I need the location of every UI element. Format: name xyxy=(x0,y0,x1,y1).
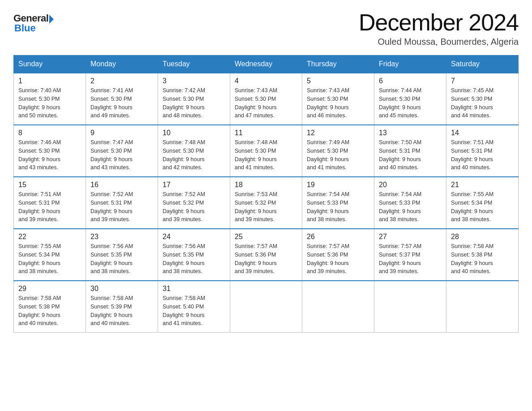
day-number: 21 xyxy=(451,181,514,189)
day-number: 25 xyxy=(235,233,297,241)
calendar-cell xyxy=(302,281,374,333)
day-info: Sunrise: 7:43 AM Sunset: 5:30 PM Dayligh… xyxy=(307,86,369,120)
day-number: 7 xyxy=(451,77,514,85)
day-info: Sunrise: 7:54 AM Sunset: 5:33 PM Dayligh… xyxy=(307,190,369,224)
title-area: December 2024 Ouled Moussa, Boumerdes, A… xyxy=(359,9,519,47)
calendar-cell: 25 Sunrise: 7:57 AM Sunset: 5:36 PM Dayl… xyxy=(230,229,302,281)
calendar-cell: 22 Sunrise: 7:55 AM Sunset: 5:34 PM Dayl… xyxy=(14,229,86,281)
logo: General Blue xyxy=(13,13,54,34)
calendar-cell: 17 Sunrise: 7:52 AM Sunset: 5:32 PM Dayl… xyxy=(158,177,230,229)
day-info: Sunrise: 7:56 AM Sunset: 5:35 PM Dayligh… xyxy=(163,242,225,276)
day-info: Sunrise: 7:40 AM Sunset: 5:30 PM Dayligh… xyxy=(18,86,81,120)
calendar-cell: 3 Sunrise: 7:42 AM Sunset: 5:30 PM Dayli… xyxy=(158,73,230,125)
day-number: 11 xyxy=(235,129,297,137)
calendar-cell: 19 Sunrise: 7:54 AM Sunset: 5:33 PM Dayl… xyxy=(302,177,374,229)
day-info: Sunrise: 7:54 AM Sunset: 5:33 PM Dayligh… xyxy=(379,190,442,224)
calendar-cell: 9 Sunrise: 7:47 AM Sunset: 5:30 PM Dayli… xyxy=(86,125,158,177)
day-info: Sunrise: 7:55 AM Sunset: 5:34 PM Dayligh… xyxy=(18,242,81,276)
day-number: 20 xyxy=(379,181,442,189)
day-info: Sunrise: 7:49 AM Sunset: 5:30 PM Dayligh… xyxy=(307,138,369,172)
week-row-3: 15 Sunrise: 7:51 AM Sunset: 5:31 PM Dayl… xyxy=(14,177,519,229)
day-number: 10 xyxy=(163,129,225,137)
day-info: Sunrise: 7:46 AM Sunset: 5:30 PM Dayligh… xyxy=(18,138,81,172)
calendar-cell: 24 Sunrise: 7:56 AM Sunset: 5:35 PM Dayl… xyxy=(158,229,230,281)
day-header-friday: Friday xyxy=(374,56,446,73)
calendar-cell: 18 Sunrise: 7:53 AM Sunset: 5:32 PM Dayl… xyxy=(230,177,302,229)
month-title: December 2024 xyxy=(359,9,519,36)
calendar-cell: 6 Sunrise: 7:44 AM Sunset: 5:30 PM Dayli… xyxy=(374,73,446,125)
day-info: Sunrise: 7:48 AM Sunset: 5:30 PM Dayligh… xyxy=(235,138,297,172)
calendar-cell: 13 Sunrise: 7:50 AM Sunset: 5:31 PM Dayl… xyxy=(374,125,446,177)
day-number: 18 xyxy=(235,181,297,189)
days-header-row: SundayMondayTuesdayWednesdayThursdayFrid… xyxy=(14,56,519,73)
day-number: 31 xyxy=(163,285,225,293)
calendar-cell: 28 Sunrise: 7:58 AM Sunset: 5:38 PM Dayl… xyxy=(446,229,519,281)
day-number: 2 xyxy=(90,77,153,85)
day-info: Sunrise: 7:41 AM Sunset: 5:30 PM Dayligh… xyxy=(90,86,153,120)
week-row-1: 1 Sunrise: 7:40 AM Sunset: 5:30 PM Dayli… xyxy=(14,73,519,125)
calendar-cell: 12 Sunrise: 7:49 AM Sunset: 5:30 PM Dayl… xyxy=(302,125,374,177)
calendar-table: SundayMondayTuesdayWednesdayThursdayFrid… xyxy=(13,55,519,333)
location-subtitle: Ouled Moussa, Boumerdes, Algeria xyxy=(359,37,519,47)
calendar-cell: 23 Sunrise: 7:56 AM Sunset: 5:35 PM Dayl… xyxy=(86,229,158,281)
day-info: Sunrise: 7:57 AM Sunset: 5:36 PM Dayligh… xyxy=(307,242,369,276)
day-number: 1 xyxy=(18,77,81,85)
calendar-cell: 1 Sunrise: 7:40 AM Sunset: 5:30 PM Dayli… xyxy=(14,73,86,125)
calendar-cell: 20 Sunrise: 7:54 AM Sunset: 5:33 PM Dayl… xyxy=(374,177,446,229)
day-number: 8 xyxy=(18,129,81,137)
calendar-cell: 29 Sunrise: 7:58 AM Sunset: 5:38 PM Dayl… xyxy=(14,281,86,333)
day-number: 16 xyxy=(90,181,153,189)
day-info: Sunrise: 7:58 AM Sunset: 5:40 PM Dayligh… xyxy=(163,294,225,328)
calendar-cell: 8 Sunrise: 7:46 AM Sunset: 5:30 PM Dayli… xyxy=(14,125,86,177)
day-info: Sunrise: 7:58 AM Sunset: 5:38 PM Dayligh… xyxy=(451,242,514,276)
calendar-cell xyxy=(230,281,302,333)
day-header-tuesday: Tuesday xyxy=(158,56,230,73)
day-number: 6 xyxy=(379,77,442,85)
day-info: Sunrise: 7:52 AM Sunset: 5:32 PM Dayligh… xyxy=(163,190,225,224)
calendar-cell: 4 Sunrise: 7:43 AM Sunset: 5:30 PM Dayli… xyxy=(230,73,302,125)
day-info: Sunrise: 7:58 AM Sunset: 5:38 PM Dayligh… xyxy=(18,294,81,328)
calendar-cell: 15 Sunrise: 7:51 AM Sunset: 5:31 PM Dayl… xyxy=(14,177,86,229)
day-info: Sunrise: 7:57 AM Sunset: 5:37 PM Dayligh… xyxy=(379,242,442,276)
day-number: 13 xyxy=(379,129,442,137)
calendar-cell: 21 Sunrise: 7:55 AM Sunset: 5:34 PM Dayl… xyxy=(446,177,519,229)
day-number: 30 xyxy=(90,285,153,293)
calendar-cell xyxy=(374,281,446,333)
day-number: 5 xyxy=(307,77,369,85)
day-number: 17 xyxy=(163,181,225,189)
calendar-cell: 7 Sunrise: 7:45 AM Sunset: 5:30 PM Dayli… xyxy=(446,73,519,125)
week-row-4: 22 Sunrise: 7:55 AM Sunset: 5:34 PM Dayl… xyxy=(14,229,519,281)
day-info: Sunrise: 7:52 AM Sunset: 5:31 PM Dayligh… xyxy=(90,190,153,224)
day-info: Sunrise: 7:55 AM Sunset: 5:34 PM Dayligh… xyxy=(451,190,514,224)
day-info: Sunrise: 7:43 AM Sunset: 5:30 PM Dayligh… xyxy=(235,86,297,120)
day-info: Sunrise: 7:53 AM Sunset: 5:32 PM Dayligh… xyxy=(235,190,297,224)
calendar-cell xyxy=(446,281,519,333)
logo-blue-text: Blue xyxy=(14,22,36,34)
day-number: 24 xyxy=(163,233,225,241)
calendar-cell: 26 Sunrise: 7:57 AM Sunset: 5:36 PM Dayl… xyxy=(302,229,374,281)
calendar-cell: 16 Sunrise: 7:52 AM Sunset: 5:31 PM Dayl… xyxy=(86,177,158,229)
day-header-saturday: Saturday xyxy=(446,56,519,73)
day-number: 4 xyxy=(235,77,297,85)
day-header-wednesday: Wednesday xyxy=(230,56,302,73)
day-info: Sunrise: 7:51 AM Sunset: 5:31 PM Dayligh… xyxy=(18,190,81,224)
day-number: 28 xyxy=(451,233,514,241)
day-info: Sunrise: 7:51 AM Sunset: 5:31 PM Dayligh… xyxy=(451,138,514,172)
day-info: Sunrise: 7:50 AM Sunset: 5:31 PM Dayligh… xyxy=(379,138,442,172)
calendar-cell: 14 Sunrise: 7:51 AM Sunset: 5:31 PM Dayl… xyxy=(446,125,519,177)
day-header-monday: Monday xyxy=(86,56,158,73)
day-number: 14 xyxy=(451,129,514,137)
week-row-2: 8 Sunrise: 7:46 AM Sunset: 5:30 PM Dayli… xyxy=(14,125,519,177)
day-info: Sunrise: 7:48 AM Sunset: 5:30 PM Dayligh… xyxy=(163,138,225,172)
day-number: 19 xyxy=(307,181,369,189)
logo-arrow-icon xyxy=(49,15,54,24)
day-info: Sunrise: 7:45 AM Sunset: 5:30 PM Dayligh… xyxy=(451,86,514,120)
day-header-thursday: Thursday xyxy=(302,56,374,73)
day-info: Sunrise: 7:57 AM Sunset: 5:36 PM Dayligh… xyxy=(235,242,297,276)
day-number: 22 xyxy=(18,233,81,241)
day-info: Sunrise: 7:42 AM Sunset: 5:30 PM Dayligh… xyxy=(163,86,225,120)
day-number: 26 xyxy=(307,233,369,241)
day-number: 27 xyxy=(379,233,442,241)
day-number: 29 xyxy=(18,285,81,293)
week-row-5: 29 Sunrise: 7:58 AM Sunset: 5:38 PM Dayl… xyxy=(14,281,519,333)
